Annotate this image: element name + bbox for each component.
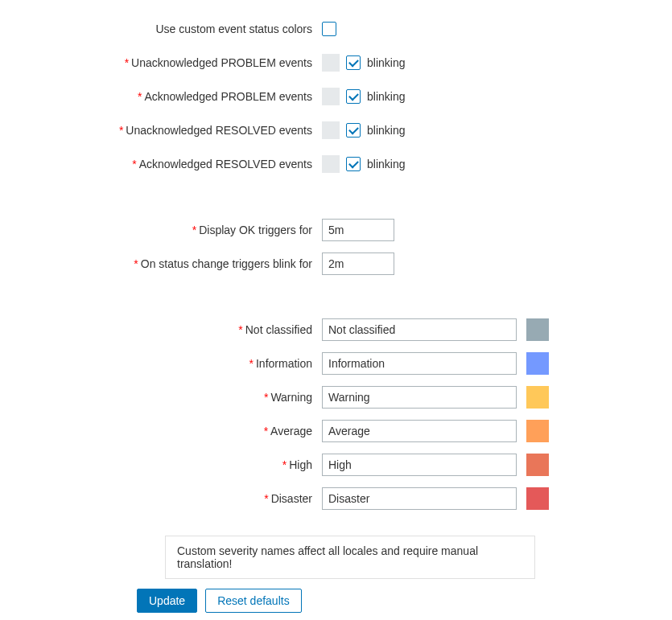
required-asterisk: * <box>125 56 129 69</box>
severity-note: Custom severity names affect all locales… <box>165 536 535 579</box>
required-asterisk: * <box>132 158 136 170</box>
ack-resolved-blinking-checkbox[interactable] <box>346 157 361 171</box>
severity-name-input[interactable] <box>322 420 517 442</box>
required-asterisk: * <box>192 224 196 236</box>
severity-color-swatch[interactable] <box>526 454 549 476</box>
blinking-label: blinking <box>367 90 405 103</box>
use-custom-colors-checkbox[interactable] <box>322 22 336 36</box>
severity-name-input[interactable] <box>322 386 517 409</box>
severity-color-swatch[interactable] <box>526 487 549 510</box>
required-asterisk: * <box>282 458 287 471</box>
on-status-change-input[interactable] <box>322 253 394 275</box>
unack-problem-label: Unacknowledged PROBLEM events <box>131 56 312 69</box>
required-asterisk: * <box>264 391 268 404</box>
use-custom-colors-label: Use custom event status colors <box>155 23 312 35</box>
blinking-label: blinking <box>367 158 405 170</box>
required-asterisk: * <box>138 90 142 103</box>
required-asterisk: * <box>249 357 254 370</box>
ack-problem-color-swatch[interactable] <box>322 88 340 105</box>
on-status-change-label: On status change triggers blink for <box>141 257 312 270</box>
severity-label: Average <box>270 425 312 437</box>
update-button[interactable]: Update <box>137 589 197 613</box>
unack-resolved-blinking-checkbox[interactable] <box>346 123 361 138</box>
severity-label: High <box>289 458 312 471</box>
severity-name-input[interactable] <box>322 318 517 341</box>
severity-color-swatch[interactable] <box>526 318 549 341</box>
ack-resolved-color-swatch[interactable] <box>322 155 340 173</box>
severity-label: Information <box>256 357 312 370</box>
display-ok-label: Display OK triggers for <box>199 224 312 236</box>
severity-color-swatch[interactable] <box>526 420 549 442</box>
reset-defaults-button[interactable]: Reset defaults <box>205 589 302 613</box>
display-ok-input[interactable] <box>322 219 394 241</box>
ack-resolved-label: Acknowledged RESOLVED events <box>139 158 312 170</box>
required-asterisk: * <box>134 257 138 270</box>
severity-name-input[interactable] <box>322 487 517 510</box>
severity-label: Disaster <box>271 492 312 505</box>
ack-problem-label: Acknowledged PROBLEM events <box>144 90 312 103</box>
unack-problem-color-swatch[interactable] <box>322 54 340 72</box>
blinking-label: blinking <box>367 124 405 137</box>
blinking-label: blinking <box>367 56 405 69</box>
required-asterisk: * <box>264 425 268 437</box>
severity-label: Not classified <box>245 323 312 336</box>
unack-resolved-label: Unacknowledged RESOLVED events <box>126 124 312 137</box>
required-asterisk: * <box>264 492 268 505</box>
severity-label: Warning <box>270 391 312 404</box>
severity-color-swatch[interactable] <box>526 386 549 409</box>
severity-name-input[interactable] <box>322 454 517 476</box>
required-asterisk: * <box>238 323 242 336</box>
ack-problem-blinking-checkbox[interactable] <box>346 89 361 104</box>
required-asterisk: * <box>119 124 123 137</box>
unack-resolved-color-swatch[interactable] <box>322 121 340 139</box>
severity-color-swatch[interactable] <box>526 352 549 375</box>
severity-name-input[interactable] <box>322 352 517 375</box>
unack-problem-blinking-checkbox[interactable] <box>346 55 361 70</box>
